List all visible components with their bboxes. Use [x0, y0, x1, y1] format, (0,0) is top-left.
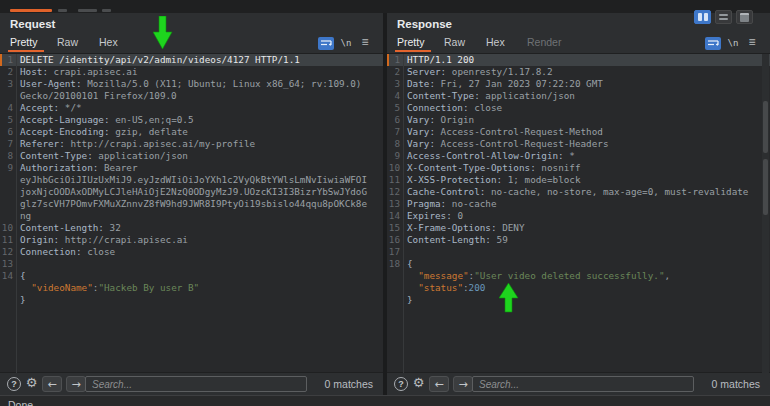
line-number: 10: [0, 222, 13, 234]
code-token: Server:: [407, 66, 446, 77]
editor-menu-button[interactable]: ≡: [358, 35, 372, 49]
wrap-text-button[interactable]: [705, 36, 721, 49]
layout-single-button[interactable]: [736, 10, 753, 24]
search-input[interactable]: [472, 376, 694, 392]
line-number: [0, 186, 13, 198]
code-token: 1; mode=block: [502, 174, 580, 185]
request-panel-title: Request: [10, 18, 55, 30]
match-count: 0 matches: [325, 378, 373, 390]
code-token: User-Agent:: [20, 78, 82, 89]
code-line: 6Accept-Encoding: gzip, deflate: [0, 126, 383, 138]
gear-icon[interactable]: ⚙: [24, 375, 39, 391]
code-text: "message":"User video deleted successful…: [407, 270, 670, 282]
line-number: 9: [0, 162, 13, 174]
code-token: no-cache: [446, 198, 496, 209]
tab-pretty[interactable]: Pretty: [397, 36, 424, 48]
tab-raw[interactable]: Raw: [444, 36, 465, 48]
code-text: Accept-Encoding: gzip, deflate: [20, 126, 188, 138]
line-number: [0, 198, 13, 210]
scrollbar-thumb[interactable]: [763, 159, 768, 215]
tab-pretty[interactable]: Pretty: [10, 36, 37, 48]
line-number: 12: [0, 246, 13, 258]
code-token: DENY: [497, 222, 525, 233]
code-token: Bearer: [98, 162, 137, 173]
code-text: Date: Fri, 27 Jan 2023 07:22:20 GMT: [407, 78, 603, 90]
code-text: Content-Length: 59: [407, 234, 508, 246]
active-tab-underline: [8, 50, 44, 52]
code-token: [407, 282, 418, 293]
code-text: Content-Length: 32: [20, 222, 121, 234]
code-token: eyJhbGciOiJIUzUxMiJ9.eyJzdWIiOiJoYXh1c2V…: [20, 174, 367, 185]
caret-line-marker: [0, 54, 2, 66]
tab-indicator: [78, 9, 97, 12]
gear-icon[interactable]: ⚙: [411, 375, 426, 391]
code-token: */*: [59, 102, 81, 113]
code-token: en-US,en;q=0.5: [110, 114, 194, 125]
scrollbar[interactable]: [762, 54, 769, 373]
code-line: eyJhbGciOiJIUzUxMiJ9.eyJzdWIiOiJoYXh1c2V…: [0, 174, 383, 186]
code-text: X-Content-Type-Options: nosniff: [407, 162, 581, 174]
next-match-button[interactable]: →: [453, 376, 473, 392]
code-token: Access-Control-Request-Headers: [435, 138, 609, 149]
line-number: [0, 90, 13, 102]
request-editor[interactable]: 1DELETE /identity/api/v2/admin/videos/41…: [0, 53, 383, 373]
code-token: {: [407, 258, 413, 269]
tab-raw[interactable]: Raw: [57, 36, 78, 48]
line-number: 7: [387, 126, 400, 138]
code-text: Cache-Control: no-cache, no-store, max-a…: [407, 186, 748, 198]
code-line: 2Host: crapi.apisec.ai: [0, 66, 383, 78]
code-line: 3User-Agent: Mozilla/5.0 (X11; Ubuntu; L…: [0, 78, 383, 90]
line-number: 15: [387, 222, 400, 234]
code-line: 16Content-Length: 59: [387, 234, 770, 246]
code-token: Content-Length:: [407, 234, 491, 245]
code-token: Authorization:: [20, 162, 98, 173]
layout-rows-button[interactable]: [715, 10, 732, 24]
line-number: 2: [0, 66, 13, 78]
show-newlines-button[interactable]: \n: [339, 37, 353, 49]
code-text: Authorization: Bearer: [20, 162, 138, 174]
line-number: [0, 174, 13, 186]
response-editor[interactable]: 1HTTP/1.1 2002Server: openresty/1.17.8.2…: [387, 53, 770, 373]
active-tab-indicator: [10, 9, 52, 12]
code-line: 10X-Content-Type-Options: nosniff: [387, 162, 770, 174]
code-line: 14Expires: 0: [387, 210, 770, 222]
code-line: 12Cache-Control: no-cache, no-store, max…: [387, 186, 770, 198]
code-token: Connection:: [20, 246, 82, 257]
code-line: 15X-Frame-Options: DENY: [387, 222, 770, 234]
annotation-arrow-up: [499, 283, 519, 313]
layout-columns-button[interactable]: [694, 10, 711, 24]
code-line: glz7scVH7POmvFXMuXZnnvZ8fW9hd9JWR8I9PtyO…: [0, 198, 383, 210]
code-text: Referer: http://crapi.apisec.ai/my-profi…: [20, 138, 255, 150]
gutter-divider: [16, 54, 17, 373]
previous-match-button[interactable]: ←: [429, 376, 449, 392]
code-text: User-Agent: Mozilla/5.0 (X11; Ubuntu; Li…: [20, 78, 361, 90]
code-token: }: [407, 294, 413, 305]
show-newlines-button[interactable]: \n: [726, 37, 740, 49]
wrap-text-button[interactable]: [318, 36, 334, 49]
annotation-arrow-down: [153, 16, 173, 50]
code-line: 11X-XSS-Protection: 1; mode=block: [387, 174, 770, 186]
code-token: Accept-Language:: [20, 114, 110, 125]
help-icon[interactable]: ?: [7, 377, 21, 391]
code-text: "videoName":"Hackeb By user B": [20, 282, 199, 294]
search-input[interactable]: [85, 376, 307, 392]
code-token: 200: [469, 282, 486, 293]
code-line: 18{: [387, 258, 770, 270]
code-text: Vary: Access-Control-Request-Method: [407, 126, 603, 138]
line-number: 3: [387, 78, 400, 90]
code-token: Accept-Encoding:: [20, 126, 110, 137]
code-line: }: [387, 294, 770, 306]
tab-bar-partial[interactable]: [0, 0, 770, 14]
editor-menu-button[interactable]: ≡: [745, 35, 759, 49]
tab-hex[interactable]: Hex: [486, 36, 505, 48]
previous-match-button[interactable]: ←: [42, 376, 62, 392]
code-token: http://crapi.apisec.ai/my-profile: [65, 138, 255, 149]
code-text: Accept: */*: [20, 102, 82, 114]
code-token: Date:: [407, 78, 435, 89]
scrollbar-thumb[interactable]: [763, 101, 768, 153]
tab-hex[interactable]: Hex: [99, 36, 118, 48]
wrap-text-icon: [318, 37, 334, 50]
code-text: joxNjcOODAxODMyLCJleHAiOjE2NzQ0ODgyMzJ9.…: [20, 186, 367, 198]
help-icon[interactable]: ?: [394, 377, 408, 391]
next-match-button[interactable]: →: [66, 376, 86, 392]
